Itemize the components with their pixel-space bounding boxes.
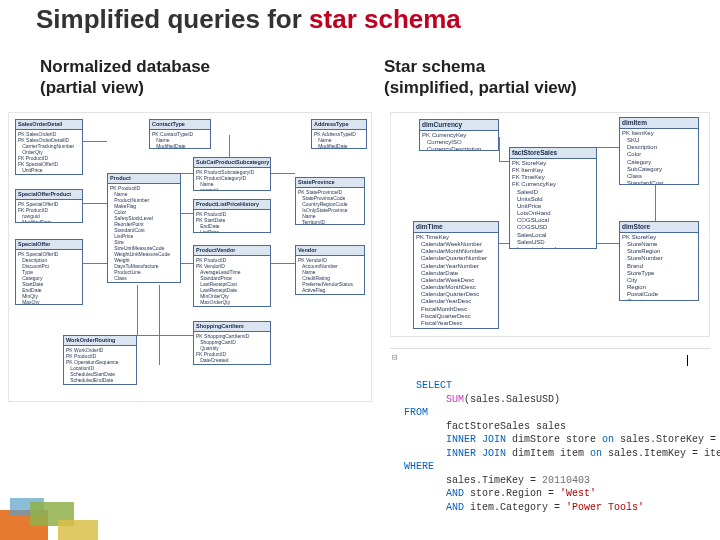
erd-table: SpecialOfferPK SpecialOfferID Descriptio… xyxy=(15,239,83,305)
erd-table-header: factStoreSales xyxy=(510,148,596,159)
erd-table-header: Product xyxy=(108,174,180,184)
erd-table: dimCurrencyPK CurrencyKey CurrencyISO Cu… xyxy=(419,119,499,151)
erd-table-header: WorkOrderRouting xyxy=(64,336,136,346)
erd-table-header: Vendor xyxy=(296,246,364,256)
erd-table-fields: PK WorkOrderID PK ProductID PK Operation… xyxy=(64,346,136,385)
erd-table-fields: PK ProductID PK StartDate EndDate ListPr… xyxy=(194,210,270,233)
sql-text: store.Region = xyxy=(464,488,560,499)
erd-table-fields: PK AddressTypeID Name ModifiedDate xyxy=(312,130,366,149)
erd-table: dimStorePK StoreKey StoreName StoreRegio… xyxy=(619,221,699,301)
erd-table-header: dimTime xyxy=(414,222,498,233)
erd-table-fields: PK TimeKey CalendarWeekNumber CalendarMo… xyxy=(414,233,498,329)
erd-table: ProductVendorPK ProductID PK VendorID Av… xyxy=(193,245,271,307)
erd-table-fields: PK ItemKey SKU Description Color Categor… xyxy=(620,129,698,185)
title-accent: star schema xyxy=(309,4,461,34)
sql-indent xyxy=(404,434,446,445)
erd-table: SubCatProductSubcategoryPK ProductSubcat… xyxy=(193,157,271,191)
erd-connector xyxy=(83,141,107,142)
erd-table-fields: PK SpecialOfferID FK ProductID rowguid M… xyxy=(16,200,82,223)
sql-indent xyxy=(404,502,446,513)
sql-text: dimItem item xyxy=(506,448,590,459)
erd-table-header: StateProvince xyxy=(296,178,364,188)
erd-table-header: dimCurrency xyxy=(420,120,498,131)
erd-table-fields: PK ProductSubcategoryID FK ProductCatego… xyxy=(194,168,270,191)
sql-indent xyxy=(404,448,446,459)
sql-text: (sales.SalesUSD) xyxy=(464,394,560,405)
erd-table: WorkOrderRoutingPK WorkOrderID PK Produc… xyxy=(63,335,137,385)
sql-text: sales.ItemKey = item.ItemKey xyxy=(602,448,720,459)
left-heading-line1: Normalized database xyxy=(40,57,210,76)
erd-connector xyxy=(271,173,295,174)
erd-table-fields: PK ContactTypeID Name ModifiedDate xyxy=(150,130,210,149)
erd-connector xyxy=(597,147,619,148)
erd-table-header: dimItem xyxy=(620,118,698,129)
erd-table: SpecialOfferProductPK SpecialOfferID FK … xyxy=(15,189,83,223)
erd-connector xyxy=(181,263,193,264)
erd-connector xyxy=(271,263,295,264)
erd-table: AddressTypePK AddressTypeID Name Modifie… xyxy=(311,119,367,149)
right-heading-line2: (simplified, partial view) xyxy=(384,78,577,97)
sql-keyword: INNER JOIN xyxy=(446,448,506,459)
left-column-heading: Normalized database (partial view) xyxy=(40,56,210,99)
erd-connector xyxy=(181,213,193,214)
erd-table: StateProvincePK StateProvinceID StatePro… xyxy=(295,177,365,225)
erd-table-header: ContactType xyxy=(150,120,210,130)
erd-connector xyxy=(499,161,509,162)
erd-connector xyxy=(83,263,107,264)
erd-connector xyxy=(655,185,656,221)
erd-connector xyxy=(499,243,509,244)
erd-connector xyxy=(499,137,500,161)
left-heading-line2: (partial view) xyxy=(40,78,144,97)
sql-string: 'West' xyxy=(560,488,596,499)
footer-decoration xyxy=(0,488,120,540)
sql-text: factStoreSales sales xyxy=(404,421,566,432)
sql-string: 'Power Tools' xyxy=(566,502,644,513)
erd-table-header: SalesOrderDetail xyxy=(16,120,82,130)
erd-connector xyxy=(83,203,107,204)
sql-keyword: WHERE xyxy=(404,461,434,472)
erd-table: ProductListPriceHistoryPK ProductID PK S… xyxy=(193,199,271,233)
erd-table: dimTimePK TimeKey CalendarWeekNumber Cal… xyxy=(413,221,499,329)
erd-connector xyxy=(597,243,619,244)
erd-table-fields: PK CurrencyKey CurrencyISO CurrencyDescr… xyxy=(420,131,498,151)
sql-keyword: on xyxy=(590,448,602,459)
erd-table: VendorPK VendorID AccountNumber Name Cre… xyxy=(295,245,365,295)
erd-table: factStoreSalesPK StoreKey FK ItemKey FK … xyxy=(509,147,597,249)
erd-table-header: dimStore xyxy=(620,222,698,233)
right-column-heading: Star schema (simplified, partial view) xyxy=(384,56,577,99)
normalized-erd-diagram: SalesOrderDetailPK SalesOrderID PK Sales… xyxy=(8,112,372,402)
erd-table: dimItemPK ItemKey SKU Description Color … xyxy=(619,117,699,185)
text-cursor-icon xyxy=(687,355,688,366)
sql-text: item.Category = xyxy=(464,502,566,513)
erd-table-header: SubCatProductSubcategory xyxy=(194,158,270,168)
sql-number: 20110403 xyxy=(542,475,590,486)
erd-table-header: ProductVendor xyxy=(194,246,270,256)
right-heading-line1: Star schema xyxy=(384,57,485,76)
erd-table-fields: PK SalesOrderID PK SalesOrderDetailID Ca… xyxy=(16,130,82,175)
erd-connector xyxy=(181,173,193,174)
sql-keyword: AND xyxy=(446,488,464,499)
erd-table-header: AddressType xyxy=(312,120,366,130)
collapse-icon: ⊟ xyxy=(392,352,397,364)
erd-connector xyxy=(137,285,138,335)
erd-table-fields: PK StateProvinceID StateProvinceCode Cou… xyxy=(296,188,364,225)
star-schema-erd-diagram: dimCurrencyPK CurrencyKey CurrencyISO Cu… xyxy=(390,112,710,337)
erd-table-header: ProductListPriceHistory xyxy=(194,200,270,210)
erd-table-header: ShoppingCartItem xyxy=(194,322,270,332)
erd-table-fields: PK ProductID Name ProductNumber MakeFlag… xyxy=(108,184,180,283)
sql-indent xyxy=(404,488,446,499)
erd-table-fields: PK StoreKey StoreName StoreRegion StoreN… xyxy=(620,233,698,301)
erd-table-fields: PK ProductID PK VendorID AverageLeadTime… xyxy=(194,256,270,307)
sql-function: SUM xyxy=(446,394,464,405)
erd-table-fields: PK StoreKey FK ItemKey FK TimeKey FK Cur… xyxy=(510,159,596,249)
sql-text: dimStore store xyxy=(506,434,602,445)
title-plain: Simplified queries for xyxy=(36,4,309,34)
sql-keyword: on xyxy=(602,434,614,445)
erd-table: ShoppingCartItemPK ShoppingCartItemID Sh… xyxy=(193,321,271,365)
sql-text: sales.StoreKey = store.StoreKey xyxy=(614,434,720,445)
sql-keyword: SELECT xyxy=(416,380,452,391)
deco-block xyxy=(58,520,98,540)
sql-keyword: AND xyxy=(446,502,464,513)
sql-query-panel: ⊟ SELECT SUM(sales.SalesUSD) FROM factSt… xyxy=(390,348,710,468)
erd-table: ContactTypePK ContactTypeID Name Modifie… xyxy=(149,119,211,149)
